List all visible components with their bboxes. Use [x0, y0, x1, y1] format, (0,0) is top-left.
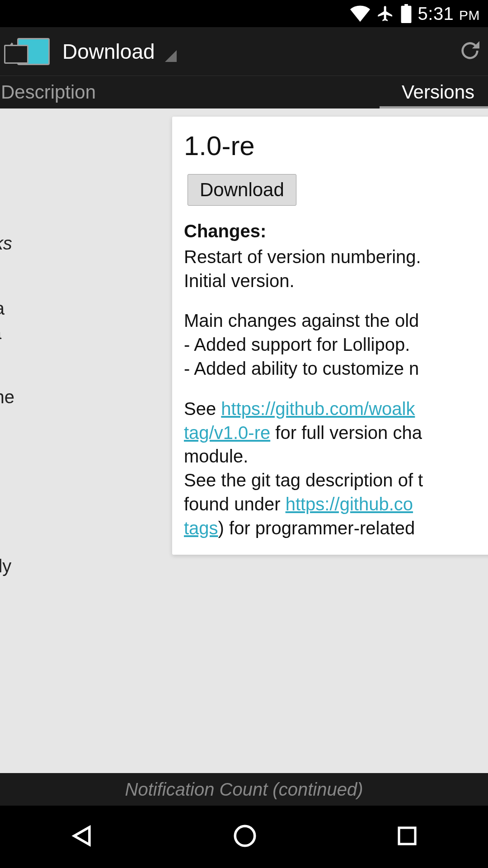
- github-link-2[interactable]: https://github.co: [286, 494, 413, 514]
- nav-bar: [0, 806, 488, 868]
- version-title: 1.0-re: [184, 130, 486, 161]
- status-time: 5:31 PM: [418, 4, 480, 24]
- app-bar: Download: [0, 27, 488, 76]
- footer-module-name: Notification Count (continued): [0, 773, 488, 806]
- change-line: tag/v1.0-re for full version cha: [184, 421, 486, 445]
- tab-description[interactable]: Description: [0, 76, 384, 108]
- dropdown-icon: [165, 50, 177, 62]
- nav-home-icon[interactable]: [232, 823, 258, 851]
- change-line: Initial version.: [184, 269, 486, 293]
- nav-back-icon[interactable]: [69, 823, 95, 851]
- version-card: 1.0-re Download Changes: Restart of vers…: [172, 117, 488, 555]
- xposed-icon[interactable]: [17, 38, 50, 65]
- change-line: See https://github.com/woalk: [184, 397, 486, 421]
- change-line: - Added ability to customize n: [184, 357, 486, 381]
- svg-rect-1: [399, 828, 415, 844]
- change-line: Restart of version numbering.: [184, 245, 486, 269]
- change-line: See the git tag description of t: [184, 468, 486, 492]
- change-line: tags) for programmer-related: [184, 516, 486, 540]
- github-link-tag[interactable]: tag/v1.0-re: [184, 423, 270, 443]
- change-line: found under https://github.co: [184, 492, 486, 516]
- app-title: Download: [62, 39, 155, 64]
- github-link-tags[interactable]: tags: [184, 518, 218, 538]
- changes-heading: Changes:: [184, 219, 486, 243]
- change-line: Main changes against the old: [184, 309, 486, 333]
- tab-bar: Description Versions: [0, 76, 488, 108]
- description-heading: (continued): [0, 118, 152, 148]
- svg-point-0: [235, 826, 255, 846]
- status-bar: 5:31 PM: [0, 0, 488, 27]
- change-line: - Added support for Lollipop.: [184, 333, 486, 357]
- airplane-icon: [376, 5, 394, 23]
- github-link-1[interactable]: https://github.com/woalk: [221, 399, 415, 419]
- refresh-icon[interactable]: [457, 38, 483, 65]
- description-panel: (continued) a number next to ification h…: [0, 108, 158, 653]
- description-body: a number next to ification has a quantit…: [0, 167, 152, 643]
- download-button[interactable]: Download: [188, 174, 296, 206]
- tab-versions[interactable]: Versions: [384, 76, 488, 108]
- battery-icon: [401, 4, 412, 23]
- app-title-dropdown[interactable]: Download: [62, 39, 177, 64]
- wifi-icon: [350, 5, 370, 22]
- change-line: module.: [184, 444, 486, 468]
- nav-recent-icon[interactable]: [395, 824, 419, 850]
